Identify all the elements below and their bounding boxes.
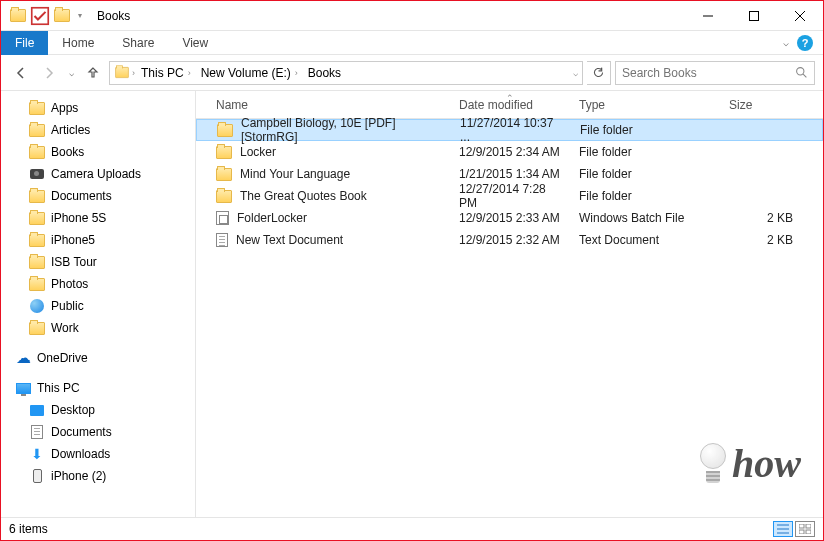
maximize-button[interactable] <box>731 1 777 30</box>
camera-icon <box>29 166 45 182</box>
tab-view[interactable]: View <box>168 31 222 55</box>
tree-item[interactable]: Camera Uploads <box>1 163 195 185</box>
refresh-button[interactable] <box>587 61 611 85</box>
help-icon[interactable]: ? <box>797 35 813 51</box>
pc-icon <box>15 380 31 396</box>
desktop-icon <box>29 402 45 418</box>
svg-rect-11 <box>799 524 804 528</box>
file-type: File folder <box>572 123 722 137</box>
addr-folder-icon <box>115 67 129 78</box>
addr-dropdown-icon[interactable]: ⌵ <box>573 68 578 78</box>
tree-item[interactable]: Articles <box>1 119 195 141</box>
tree-item[interactable]: iPhone 5S <box>1 207 195 229</box>
window-title: Books <box>97 9 685 23</box>
bulb-icon <box>698 443 728 485</box>
tab-home[interactable]: Home <box>48 31 108 55</box>
file-size: 2 KB <box>721 211 801 225</box>
file-date: 12/9/2015 2:33 AM <box>451 211 571 225</box>
tree-item[interactable]: Photos <box>1 273 195 295</box>
back-button[interactable] <box>9 61 33 85</box>
tree-item[interactable]: Work <box>1 317 195 339</box>
file-row[interactable]: Locker 12/9/2015 2:34 AM File folder <box>196 141 823 163</box>
folder-icon <box>216 190 232 203</box>
qat-properties-icon[interactable] <box>29 5 51 27</box>
address-bar-row: ⌵ › This PC› New Volume (E:)› Books ⌵ <box>1 55 823 91</box>
file-row[interactable]: New Text Document 12/9/2015 2:32 AM Text… <box>196 229 823 251</box>
column-headers: ⌃ Name Date modified Type Size <box>196 91 823 119</box>
file-date: 1/21/2015 1:34 AM <box>451 167 571 181</box>
tree-item[interactable]: iPhone5 <box>1 229 195 251</box>
svg-rect-14 <box>806 530 811 534</box>
tree-item[interactable]: iPhone (2) <box>1 465 195 487</box>
search-input[interactable] <box>622 66 789 80</box>
tree-item[interactable]: Documents <box>1 185 195 207</box>
svg-rect-13 <box>799 530 804 534</box>
col-type[interactable]: Type <box>571 98 721 112</box>
svg-rect-12 <box>806 524 811 528</box>
file-row[interactable]: Campbell Biology, 10E [PDF] [StormRG] 11… <box>196 119 823 141</box>
cloud-icon: ☁ <box>15 350 31 366</box>
svg-point-5 <box>797 68 804 75</box>
col-name[interactable]: Name <box>196 98 451 112</box>
tree-item[interactable]: Books <box>1 141 195 163</box>
svg-line-6 <box>803 74 806 77</box>
qat-newfolder-icon[interactable] <box>51 5 73 27</box>
breadcrumb: New Volume (E:)› <box>197 66 302 80</box>
folder-icon <box>7 5 29 27</box>
file-type: File folder <box>571 167 721 181</box>
file-date: 11/27/2014 10:37 ... <box>452 116 572 144</box>
breadcrumb: Books <box>304 66 345 80</box>
search-icon <box>795 66 808 79</box>
tree-item[interactable]: Desktop <box>1 399 195 421</box>
close-button[interactable] <box>777 1 823 30</box>
col-size[interactable]: Size <box>721 98 801 112</box>
address-bar[interactable]: › This PC› New Volume (E:)› Books ⌵ <box>109 61 583 85</box>
ribbon: File Home Share View ⌵ ? <box>1 31 823 55</box>
tree-item[interactable]: Documents <box>1 421 195 443</box>
file-list: ⌃ Name Date modified Type Size Campbell … <box>196 91 823 517</box>
download-icon: ⬇ <box>29 446 45 462</box>
watermark: how <box>698 440 801 487</box>
globe-icon <box>29 298 45 314</box>
thumbnails-view-button[interactable] <box>795 521 815 537</box>
ribbon-chevron-icon[interactable]: ⌵ <box>783 37 789 48</box>
search-box[interactable] <box>615 61 815 85</box>
details-view-button[interactable] <box>773 521 793 537</box>
tree-item[interactable]: ISB Tour <box>1 251 195 273</box>
file-row[interactable]: FolderLocker 12/9/2015 2:33 AM Windows B… <box>196 207 823 229</box>
file-name: The Great Quotes Book <box>240 189 367 203</box>
tree-item[interactable]: Public <box>1 295 195 317</box>
file-type: Text Document <box>571 233 721 247</box>
forward-button[interactable] <box>37 61 61 85</box>
file-name: New Text Document <box>236 233 343 247</box>
minimize-button[interactable] <box>685 1 731 30</box>
file-date: 12/27/2014 7:28 PM <box>451 182 571 210</box>
folder-icon <box>29 188 45 204</box>
tab-file[interactable]: File <box>1 31 48 55</box>
folder-icon <box>29 254 45 270</box>
title-bar: ▾ Books <box>1 1 823 31</box>
folder-icon <box>29 100 45 116</box>
breadcrumb: This PC› <box>137 66 195 80</box>
folder-icon <box>29 144 45 160</box>
tree-item[interactable]: ⬇Downloads <box>1 443 195 465</box>
folder-icon <box>216 146 232 159</box>
tab-share[interactable]: Share <box>108 31 168 55</box>
tree-thispc[interactable]: This PC <box>1 377 195 399</box>
svg-rect-2 <box>750 11 759 20</box>
folder-icon <box>29 210 45 226</box>
tree-item[interactable]: Apps <box>1 97 195 119</box>
qat-dropdown-icon[interactable]: ▾ <box>73 5 87 27</box>
nav-tree[interactable]: AppsArticlesBooksCamera UploadsDocuments… <box>1 91 196 517</box>
item-count: 6 items <box>9 522 48 536</box>
file-size: 2 KB <box>721 233 801 247</box>
folder-icon <box>216 168 232 181</box>
recent-dropdown-icon[interactable]: ⌵ <box>65 61 77 85</box>
file-row[interactable]: The Great Quotes Book 12/27/2014 7:28 PM… <box>196 185 823 207</box>
file-type: File folder <box>571 189 721 203</box>
up-button[interactable] <box>81 61 105 85</box>
file-name: Locker <box>240 145 276 159</box>
file-name: Mind Your Language <box>240 167 350 181</box>
file-date: 12/9/2015 2:32 AM <box>451 233 571 247</box>
tree-onedrive[interactable]: ☁OneDrive <box>1 347 195 369</box>
